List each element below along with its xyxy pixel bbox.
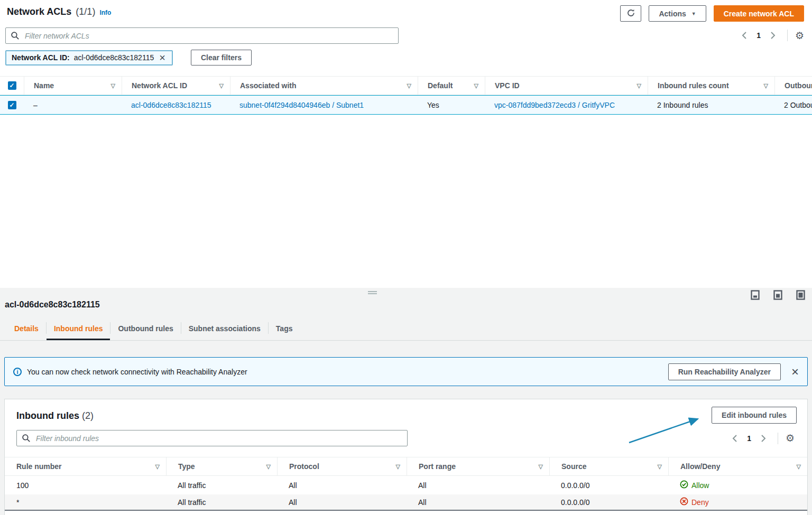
page-header: Network ACLs (1/1) Info bbox=[7, 6, 111, 17]
create-network-acl-button[interactable]: Create network ACL bbox=[714, 5, 804, 22]
sort-icon[interactable]: ▽ bbox=[396, 463, 400, 470]
tab-subnet-associations[interactable]: Subnet associations bbox=[181, 318, 268, 340]
column-header-vpc-id[interactable]: VPC ID▽ bbox=[485, 77, 648, 95]
inbound-search bbox=[16, 430, 408, 446]
tab-outbound-rules[interactable]: Outbound rules bbox=[110, 318, 180, 340]
sort-icon[interactable]: ▽ bbox=[407, 82, 411, 89]
actions-button[interactable]: Actions ▼ bbox=[649, 5, 706, 22]
panel-resize-handle[interactable] bbox=[368, 291, 377, 295]
sort-icon[interactable]: ▽ bbox=[111, 82, 115, 89]
allow-status: Allow bbox=[680, 480, 709, 490]
column-header-default[interactable]: Default▽ bbox=[418, 77, 485, 95]
sort-icon[interactable]: ▽ bbox=[266, 463, 271, 470]
inbound-rules-table: Rule number▽ Type▽ Protocol▽ Port range▽… bbox=[5, 457, 807, 511]
filter-chip-network-acl-id[interactable]: Network ACL ID: acl-0d6dce8c83c182115 × bbox=[5, 50, 173, 65]
divider bbox=[778, 433, 778, 444]
sort-icon[interactable]: ▽ bbox=[764, 82, 768, 89]
inbound-rules-tools: 1 ⚙ bbox=[5, 424, 807, 446]
previous-page-icon[interactable] bbox=[737, 30, 751, 41]
tab-details[interactable]: Details bbox=[7, 318, 46, 340]
cell-protocol: All bbox=[277, 494, 407, 510]
inbound-rules-card: Inbound rules (2) Edit inbound rules 1 bbox=[4, 399, 808, 515]
clear-filters-button[interactable]: Clear filters bbox=[191, 50, 252, 65]
subnet-link[interactable]: subnet-0f4f294d8404946eb / Subnet1 bbox=[239, 101, 364, 109]
sort-icon[interactable]: ▽ bbox=[474, 82, 478, 89]
tab-tags[interactable]: Tags bbox=[269, 318, 300, 340]
remove-filter-icon[interactable]: × bbox=[158, 52, 167, 63]
column-header-associated-with[interactable]: Associated with▽ bbox=[230, 77, 418, 95]
row-checkbox[interactable]: ✓ bbox=[8, 101, 16, 109]
acl-table: ✓ Name▽ Network ACL ID▽ Associated with▽… bbox=[0, 76, 812, 115]
inbound-search-input[interactable] bbox=[16, 430, 408, 446]
sort-icon[interactable]: ▽ bbox=[658, 463, 662, 470]
column-header-source[interactable]: Source▽ bbox=[549, 457, 668, 475]
column-header-type[interactable]: Type▽ bbox=[166, 457, 277, 475]
tab-inbound-rules[interactable]: Inbound rules bbox=[47, 318, 110, 340]
banner-message: You can now check network connectivity w… bbox=[27, 368, 247, 376]
filter-chip-label: Network ACL ID: bbox=[12, 53, 70, 62]
search-icon bbox=[11, 31, 20, 42]
page-number[interactable]: 1 bbox=[753, 31, 764, 40]
inbound-rule-row[interactable]: 100 All traffic All All 0.0.0.0/0 Allow bbox=[5, 476, 807, 494]
active-filters: Network ACL ID: acl-0d6dce8c83c182115 × … bbox=[5, 50, 252, 65]
info-link[interactable]: Info bbox=[99, 9, 111, 16]
page-number[interactable]: 1 bbox=[744, 434, 754, 443]
column-header-rule-number[interactable]: Rule number▽ bbox=[5, 457, 166, 475]
acl-pagination: 1 ⚙ bbox=[737, 30, 804, 41]
cell-port-range: All bbox=[407, 476, 549, 494]
network-acls-page: Network ACLs (1/1) Info Actions ▼ Create… bbox=[0, 0, 812, 515]
select-all-checkbox[interactable]: ✓ bbox=[8, 81, 16, 90]
cell-protocol: All bbox=[277, 476, 407, 494]
inbound-rule-row[interactable]: * All traffic All All 0.0.0.0/0 Deny bbox=[5, 494, 807, 511]
previous-page-icon[interactable] bbox=[728, 433, 742, 444]
detail-tabs: Details Inbound rules Outbound rules Sub… bbox=[0, 318, 812, 341]
acl-id-link[interactable]: acl-0d6dce8c83c182115 bbox=[131, 101, 211, 109]
column-header-port-range[interactable]: Port range▽ bbox=[407, 457, 549, 475]
page-count: (1/1) bbox=[76, 6, 95, 17]
sort-icon[interactable]: ▽ bbox=[155, 463, 160, 470]
column-header-allow-deny[interactable]: Allow/Deny▽ bbox=[668, 457, 807, 475]
column-header-protocol[interactable]: Protocol▽ bbox=[277, 457, 407, 475]
cell-source: 0.0.0.0/0 bbox=[549, 494, 668, 510]
cell-rule-number: * bbox=[5, 494, 166, 510]
sort-icon[interactable]: ▽ bbox=[219, 82, 224, 89]
next-page-icon[interactable] bbox=[756, 433, 770, 444]
inbound-rules-header: Inbound rules (2) Edit inbound rules bbox=[5, 399, 807, 424]
detail-panel: acl-0d6dce8c83c182115 Details Inbound ru… bbox=[0, 288, 812, 515]
cell-inbound-count: 2 Inbound rules bbox=[648, 96, 774, 114]
sort-icon[interactable]: ▽ bbox=[539, 463, 543, 470]
split-panel-bottom-icon[interactable] bbox=[751, 290, 760, 300]
column-header-outbound-count[interactable]: Outboun bbox=[774, 77, 812, 95]
sort-icon[interactable]: ▽ bbox=[637, 82, 641, 89]
search-icon bbox=[22, 434, 31, 445]
deny-x-icon bbox=[680, 497, 688, 507]
column-header-inbound-count[interactable]: Inbound rules count▽ bbox=[648, 77, 774, 95]
sort-icon[interactable]: ▽ bbox=[797, 463, 801, 470]
column-header-name[interactable]: Name▽ bbox=[24, 77, 122, 95]
info-icon: i bbox=[13, 368, 22, 376]
settings-gear-icon[interactable]: ⚙ bbox=[786, 433, 795, 443]
cell-source: 0.0.0.0/0 bbox=[549, 476, 668, 494]
refresh-button[interactable] bbox=[620, 5, 641, 22]
column-header-acl-id[interactable]: Network ACL ID▽ bbox=[122, 77, 230, 95]
inbound-rules-title: Inbound rules (2) bbox=[16, 410, 94, 422]
acl-list-section: Network ACLs (1/1) Info Actions ▼ Create… bbox=[0, 0, 812, 288]
run-reachability-analyzer-button[interactable]: Run Reachability Analyzer bbox=[668, 363, 781, 380]
acl-search-input[interactable] bbox=[5, 27, 399, 44]
vpc-link[interactable]: vpc-087fdd9bed372ecd3 / GritfyVPC bbox=[494, 101, 615, 109]
settings-gear-icon[interactable]: ⚙ bbox=[795, 31, 804, 41]
cell-rule-number: 100 bbox=[5, 476, 166, 494]
divider bbox=[787, 30, 788, 41]
chevron-down-icon: ▼ bbox=[691, 11, 696, 16]
actions-label: Actions bbox=[659, 10, 686, 18]
next-page-icon[interactable] bbox=[766, 30, 780, 41]
acl-table-row[interactable]: ✓ – acl-0d6dce8c83c182115 subnet-0f4f294… bbox=[0, 95, 812, 115]
cell-default: Yes bbox=[418, 96, 485, 114]
filter-chip-value: acl-0d6dce8c83c182115 bbox=[74, 53, 154, 62]
split-panel-full-icon[interactable] bbox=[796, 290, 805, 300]
close-icon[interactable]: × bbox=[791, 366, 799, 378]
allow-check-icon bbox=[680, 480, 688, 490]
inbound-pagination: 1 ⚙ bbox=[728, 433, 795, 444]
edit-inbound-rules-button[interactable]: Edit inbound rules bbox=[712, 407, 797, 424]
split-panel-half-icon[interactable] bbox=[773, 290, 782, 300]
